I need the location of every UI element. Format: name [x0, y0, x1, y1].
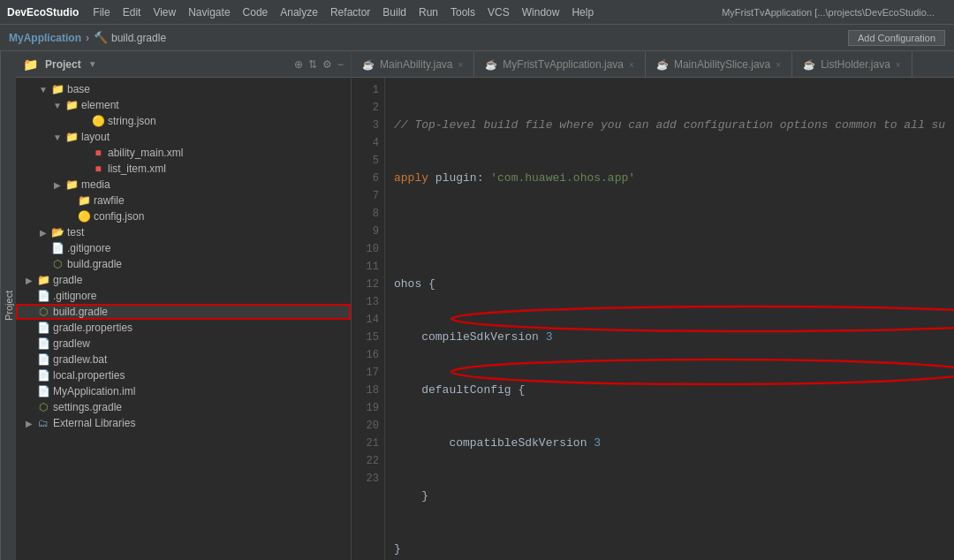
menu-vcs[interactable]: VCS: [488, 6, 510, 19]
tab-icon-mainabilityslice: ☕: [656, 59, 669, 71]
menu-run[interactable]: Run: [419, 6, 438, 19]
tree-item-myapplication-iml[interactable]: 📄 MyApplication.iml: [16, 383, 351, 399]
tree-item-gradle-properties[interactable]: 📄 gradle.properties: [16, 320, 351, 336]
tab-close-mainabilityslice[interactable]: ×: [776, 60, 781, 70]
file-icon-gitignore-module: 📄: [49, 242, 65, 254]
file-icon-build-gradle-root: ⬡: [35, 306, 51, 318]
tree-item-gitignore-root[interactable]: 📄 .gitignore: [16, 288, 351, 304]
tree-arrow-test: ▶: [37, 228, 49, 238]
menu-window[interactable]: Window: [522, 6, 560, 19]
tree-arrow-media: ▶: [51, 180, 64, 190]
settings-icon[interactable]: ⚙: [322, 58, 332, 71]
menu-build[interactable]: Build: [382, 6, 406, 19]
tree-item-element[interactable]: ▼ 📁 element: [16, 97, 351, 113]
tree-item-build-gradle-root[interactable]: ⬡ build.gradle: [16, 304, 351, 320]
title-bar: MyApplication › 🔨 build.gradle Add Confi…: [0, 25, 954, 51]
tree-item-layout[interactable]: ▼ 📁 layout: [16, 129, 351, 145]
tree-item-string-json[interactable]: 🟡 string.json: [16, 113, 351, 129]
menu-analyze[interactable]: Analyze: [280, 6, 318, 19]
menu-edit[interactable]: Edit: [123, 6, 141, 19]
code-area: 12345 678910 1112131415 1617181920 21222…: [352, 78, 954, 560]
file-icon-gradlew: 📄: [35, 337, 51, 350]
code-line-8: }: [394, 488, 945, 505]
code-line-2: apply plugin: 'com.huawei.ohos.app': [394, 170, 945, 187]
red-oval-1: [451, 306, 954, 331]
menu-navigate[interactable]: Navigate: [188, 6, 230, 19]
code-line-3: [394, 223, 945, 240]
code-line-6: defaultConfig {: [394, 382, 945, 399]
tree-label-list-item: list_item.xml: [108, 163, 166, 175]
tree-arrow-external-libraries: ▶: [23, 419, 35, 428]
menu-refactor[interactable]: Refactor: [330, 6, 370, 19]
tree-label-external-libraries: External Libraries: [53, 417, 135, 429]
tab-label-mainability: MainAbility.java: [380, 58, 452, 71]
tree-label-gradlew: gradlew: [53, 337, 90, 350]
menu-tools[interactable]: Tools: [450, 6, 475, 19]
add-icon[interactable]: ⊕: [294, 58, 303, 71]
sidebar: 📁 Project ▼ ⊕ ⇅ ⚙ − ▼ 📁 base ▼ 📁: [16, 51, 352, 560]
main-layout: Project 📁 Project ▼ ⊕ ⇅ ⚙ − ▼ 📁 base: [0, 51, 954, 560]
minimize-icon[interactable]: −: [337, 58, 344, 71]
tree-item-base[interactable]: ▼ 📁 base: [16, 81, 351, 97]
tree-item-build-gradle-module[interactable]: ⬡ build.gradle: [16, 256, 351, 272]
tab-mainabilityslice-java[interactable]: ☕ MainAbilitySlice.java ×: [646, 52, 792, 77]
tree-item-gitignore-module[interactable]: 📄 .gitignore: [16, 240, 351, 256]
menu-view[interactable]: View: [153, 6, 176, 19]
tree-item-test[interactable]: ▶ 📂 test: [16, 224, 351, 240]
tree-label-build-gradle-root: build.gradle: [53, 306, 108, 318]
file-icon-string-json: 🟡: [90, 115, 106, 127]
sync-icon[interactable]: ⇅: [308, 58, 317, 71]
tree-label-build-gradle-module: build.gradle: [67, 258, 122, 270]
tree-label-local-properties: local.properties: [53, 369, 125, 382]
tab-close-listholder[interactable]: ×: [896, 60, 901, 70]
tab-close-mainability[interactable]: ×: [458, 60, 463, 70]
tree-item-settings-gradle[interactable]: ⬡ settings.gradle: [16, 399, 351, 415]
tree-label-test: test: [67, 226, 84, 238]
menu-code[interactable]: Code: [243, 6, 269, 19]
menu-file[interactable]: File: [93, 6, 110, 19]
tab-myfritsttv-java[interactable]: ☕ MyFristTvApplication.java ×: [474, 52, 646, 77]
tab-label-listholder: ListHolder.java: [821, 58, 890, 71]
tab-close-myfristtv[interactable]: ×: [629, 60, 634, 70]
code-content[interactable]: // Top-level build file where you can ad…: [385, 78, 954, 560]
tree-item-list-item[interactable]: ■ list_item.xml: [16, 161, 351, 177]
tree-item-rawfile[interactable]: 📁 rawfile: [16, 193, 351, 208]
breadcrumb-sep: ›: [86, 32, 89, 44]
add-configuration-button[interactable]: Add Configuration: [848, 30, 945, 46]
sidebar-toolbar: ⊕ ⇅ ⚙ −: [294, 58, 344, 71]
tab-icon-myfristtv: ☕: [485, 59, 497, 71]
file-icon-config-json: 🟡: [76, 210, 92, 223]
tree-item-gradlew[interactable]: 📄 gradlew: [16, 336, 351, 352]
tree-item-local-properties[interactable]: 📄 local.properties: [16, 367, 351, 383]
tree-label-element: element: [81, 99, 119, 111]
code-line-9: }: [394, 541, 945, 558]
folder-icon-test: 📂: [49, 226, 65, 238]
tab-icon-mainability: ☕: [362, 59, 375, 71]
tree-arrow-gradle-folder: ▶: [23, 276, 35, 285]
file-icon-myapplication-iml: 📄: [35, 385, 51, 397]
tree-label-config-json: config.json: [94, 210, 144, 223]
project-panel-label: Project: [0, 51, 16, 560]
tree-label-media: media: [81, 178, 110, 191]
folder-icon-rawfile: 📁: [76, 194, 92, 207]
file-icon-local-properties: 📄: [35, 369, 51, 382]
tree-item-gradle-folder[interactable]: ▶ 📁 gradle: [16, 272, 351, 288]
tree-arrow-layout: ▼: [51, 132, 64, 142]
tree-label-ability-main: ability_main.xml: [108, 147, 183, 159]
tree-item-gradlew-bat[interactable]: 📄 gradlew.bat: [16, 352, 351, 367]
tree-item-ability-main[interactable]: ■ ability_main.xml: [16, 145, 351, 161]
dropdown-arrow-icon: ▼: [88, 59, 97, 69]
code-line-7: compatibleSdkVersion 3: [394, 435, 945, 452]
folder-icon-base: 📁: [49, 83, 65, 95]
tree-item-config-json[interactable]: 🟡 config.json: [16, 208, 351, 224]
tree-item-media[interactable]: ▶ 📁 media: [16, 177, 351, 193]
tab-icon-listholder: ☕: [803, 59, 815, 71]
menu-help[interactable]: Help: [572, 6, 594, 19]
tab-listholder-java[interactable]: ☕ ListHolder.java ×: [792, 52, 912, 77]
tab-mainability-java[interactable]: ☕ MainAbility.java ×: [352, 52, 474, 77]
tab-label-mainabilityslice: MainAbilitySlice.java: [674, 58, 770, 71]
file-icon-ability-main: ■: [90, 147, 106, 159]
breadcrumb-file: build.gradle: [111, 32, 166, 44]
tree-label-layout: layout: [81, 131, 110, 143]
tree-item-external-libraries[interactable]: ▶ 🗂 External Libraries: [16, 415, 351, 431]
